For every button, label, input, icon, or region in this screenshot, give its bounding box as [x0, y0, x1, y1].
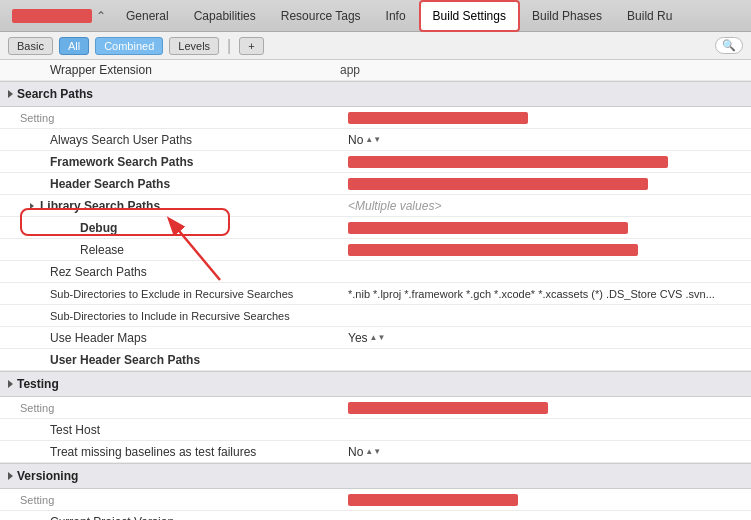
filter-add-button[interactable]: + — [239, 37, 263, 55]
current-project-version-row[interactable]: Current Project Version — [0, 511, 751, 520]
main-content: Wrapper Extension app Search Paths Setti… — [0, 60, 751, 520]
library-release-row[interactable]: Release — [0, 239, 751, 261]
baselines-stepper-arrows[interactable]: ▲▼ — [365, 448, 381, 456]
search-paths-header-row: Setting — [0, 107, 751, 129]
search-paths-section-header[interactable]: Search Paths — [0, 81, 751, 107]
tab-capabilities[interactable]: Capabilities — [182, 0, 269, 32]
tab-bar: ⌃ General Capabilities Resource Tags Inf… — [0, 0, 751, 32]
rez-search-paths-row[interactable]: Rez Search Paths — [0, 261, 751, 283]
filter-bar: Basic All Combined Levels | + 🔍 — [0, 32, 751, 60]
user-header-search-paths-row[interactable]: User Header Search Paths — [0, 349, 751, 371]
always-search-user-paths-row[interactable]: Always Search User Paths No ▲▼ — [0, 129, 751, 151]
subdirs-include-row[interactable]: Sub-Directories to Include in Recursive … — [0, 305, 751, 327]
versioning-section-header[interactable]: Versioning — [0, 463, 751, 489]
project-dropdown-icon: ⌃ — [96, 9, 106, 23]
project-selector[interactable]: ⌃ — [4, 9, 114, 23]
testing-header-row: Setting — [0, 397, 751, 419]
subdirs-exclude-row[interactable]: Sub-Directories to Exclude in Recursive … — [0, 283, 751, 305]
header-search-paths-row[interactable]: Header Search Paths — [0, 173, 751, 195]
release-paths-redacted — [348, 244, 638, 256]
tab-build-ru[interactable]: Build Ru — [615, 0, 685, 32]
debug-paths-redacted — [348, 222, 628, 234]
collapse-triangle — [8, 90, 13, 98]
yes-stepper-arrows[interactable]: ▲▼ — [370, 334, 386, 342]
filter-separator: | — [225, 37, 233, 55]
tab-resource-tags[interactable]: Resource Tags — [269, 0, 374, 32]
test-host-row[interactable]: Test Host — [0, 419, 751, 441]
search-icon: 🔍 — [722, 39, 736, 52]
testing-section-header[interactable]: Testing — [0, 371, 751, 397]
search-box[interactable]: 🔍 — [715, 37, 743, 54]
wrapper-extension-row: Wrapper Extension app — [0, 60, 751, 81]
no-stepper-arrows[interactable]: ▲▼ — [365, 136, 381, 144]
framework-paths-redacted — [348, 156, 668, 168]
tab-general[interactable]: General — [114, 0, 182, 32]
filter-combined-button[interactable]: Combined — [95, 37, 163, 55]
header-paths-redacted — [348, 178, 648, 190]
filter-basic-button[interactable]: Basic — [8, 37, 53, 55]
setting-header-redacted — [348, 112, 528, 124]
versioning-header-redacted — [348, 494, 518, 506]
tab-build-phases[interactable]: Build Phases — [520, 0, 615, 32]
use-header-maps-row[interactable]: Use Header Maps Yes ▲▼ — [0, 327, 751, 349]
filter-levels-button[interactable]: Levels — [169, 37, 219, 55]
versioning-collapse-triangle — [8, 472, 13, 480]
project-name-redacted — [12, 9, 92, 23]
testing-collapse-triangle — [8, 380, 13, 388]
testing-header-redacted — [348, 402, 548, 414]
library-debug-row[interactable]: Debug — [0, 217, 751, 239]
filter-all-button[interactable]: All — [59, 37, 89, 55]
library-expand-triangle — [30, 203, 34, 209]
library-search-paths-row[interactable]: Library Search Paths <Multiple values> — [0, 195, 751, 217]
tab-info[interactable]: Info — [374, 0, 419, 32]
versioning-header-row: Setting — [0, 489, 751, 511]
framework-search-paths-row[interactable]: Framework Search Paths — [0, 151, 751, 173]
treat-missing-baselines-row[interactable]: Treat missing baselines as test failures… — [0, 441, 751, 463]
tab-build-settings[interactable]: Build Settings — [419, 0, 520, 32]
